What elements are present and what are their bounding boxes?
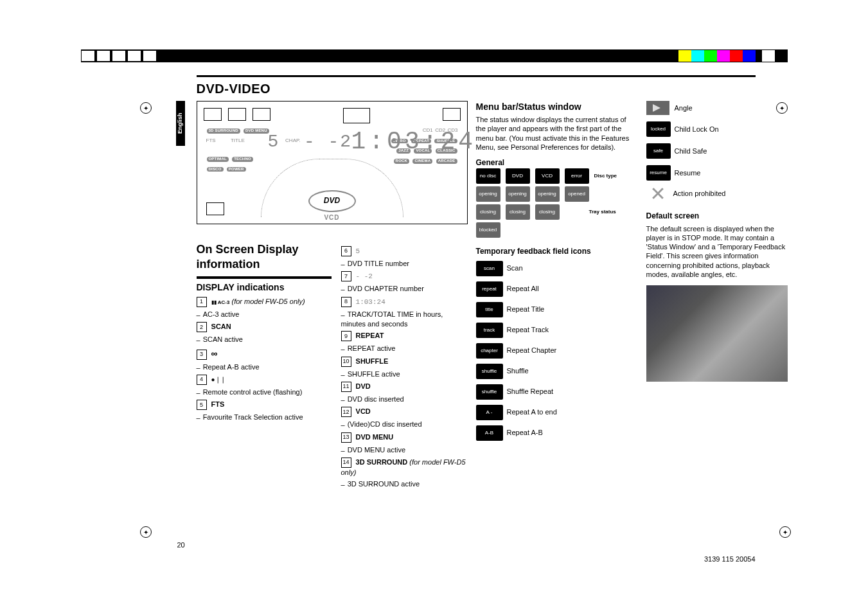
item-5-sub: Favourite Track Selection active (203, 413, 303, 421)
item-11-top: DVD (356, 382, 371, 390)
status-badge-icon: safe (646, 143, 671, 159)
item-4-sub: Remote control active (flashing) (203, 388, 303, 396)
ac3-mini-icon: ▮▮ AC-3 (211, 299, 230, 305)
badge-opening-3: opening (535, 186, 560, 202)
item-14-sub: 3D SURROUND active (348, 480, 420, 488)
feedback-list: scanScanrepeatRepeat AlltitleRepeat Titl… (476, 261, 637, 441)
right-icon-item: Angle (646, 101, 794, 115)
feedback-item: chapterRepeat Chapter (476, 343, 637, 359)
osd-heading: On Screen Display information (197, 242, 332, 272)
feedback-item: A -Repeat A to end (476, 405, 637, 420)
color-boxes-right (678, 50, 788, 62)
pill-optimal: OPTIMAL (207, 157, 229, 162)
general-heading: General (476, 158, 637, 168)
item-num-10: 10 (341, 357, 351, 367)
seg-7: - -2 (356, 272, 373, 280)
right-icon-item: resumeResume (646, 165, 794, 181)
title-divider (197, 75, 756, 77)
right-icon-item: lockedChild Lock On (646, 121, 794, 137)
feedback-label: Repeat Track (507, 325, 549, 334)
badge-error: error (565, 168, 589, 184)
item-num-14: 14 (341, 458, 351, 468)
registration-mark-icon: ✦ (776, 102, 788, 114)
feedback-badge-icon: track (476, 323, 503, 338)
item-num-4: 4 (197, 375, 207, 385)
right-icon-item: safeChild Safe (646, 143, 794, 159)
badge-closing-2: closing (506, 204, 530, 220)
item-2-top: SCAN (211, 323, 231, 330)
feedback-badge-icon: A-B (476, 425, 503, 441)
item-num-7: 7 (341, 271, 351, 281)
pill-dvd-menu: DVD MENU (244, 129, 269, 134)
feedback-item: shuffleShuffle Repeat (476, 384, 637, 400)
label-fts: FTS (206, 138, 216, 143)
pill-techno: TECHNO (232, 157, 253, 162)
item-1-note: (for model FW-D5 only) (232, 298, 305, 305)
page-number: 20 (177, 540, 185, 549)
feedback-badge-icon: repeat (476, 281, 503, 297)
feedback-badge-icon: title (476, 302, 503, 317)
feedback-label: Shuffle (507, 366, 529, 375)
status-badge-icon: resume (646, 165, 671, 181)
column-right-1: Menu bar/Status window The status window… (476, 101, 637, 446)
item-num-5: 5 (197, 400, 207, 410)
feedback-label: Repeat A to end (507, 407, 557, 416)
right-icon-label: Child Lock On (675, 125, 719, 134)
item-9-sub: REPEAT active (348, 344, 396, 352)
badge-opened: opened (565, 186, 589, 202)
item-num-3: 3 (197, 350, 207, 360)
prohibited-icon (651, 187, 664, 200)
feedback-item: shuffleShuffle (476, 364, 637, 379)
item-num-9: 9 (341, 331, 351, 341)
dvd-logo-icon: DVD (308, 190, 356, 212)
registration-mark-icon: ✦ (779, 526, 791, 538)
pill-3d-surround: 3D SURROUND (207, 129, 240, 134)
badge-dvd: DVD (506, 168, 530, 184)
badge-opening-1: opening (476, 186, 500, 202)
right-icon-label: Angle (675, 103, 693, 112)
pill-power: POWER (227, 167, 246, 172)
default-screen-image (646, 285, 788, 382)
feedback-badge-icon: scan (476, 261, 503, 276)
column-mid: 6 5 –DVD TITLE number 7 - -2 –DVD CHAPTE… (341, 242, 470, 492)
feedback-item: A-BRepeat A-B (476, 425, 637, 441)
registration-mark-icon: ✦ (140, 526, 152, 538)
item-13-sub: DVD MENU active (348, 446, 405, 454)
doc-number: 3139 115 20054 (704, 555, 756, 564)
vcd-logo-icon: VCD (324, 213, 339, 222)
item-10-top: SHUFFLE (356, 357, 389, 365)
item-1-sub: AC-3 active (203, 310, 240, 318)
item-num-6: 6 (341, 246, 351, 256)
item-14-top: 3D SURROUND (356, 458, 408, 466)
item-9-top: REPEAT (356, 332, 384, 339)
registration-mark-icon: ✦ (140, 102, 152, 114)
seg-6: 5 (356, 247, 360, 255)
pill-arcade: ARCADE (436, 159, 457, 164)
left-list: 1 ▮▮ AC-3 (for model FW-D5 only) –AC-3 a… (197, 297, 332, 423)
item-11-sub: DVD disc inserted (348, 395, 404, 403)
item-num-13: 13 (341, 432, 351, 443)
feedback-badge-icon: chapter (476, 343, 503, 359)
item-num-12: 12 (341, 407, 351, 417)
feedback-heading: Temporary feedback field icons (476, 247, 637, 257)
badge-blocked: blocked (476, 222, 500, 238)
right-icon-label: Resume (675, 168, 701, 177)
feedback-badge-icon: A - (476, 405, 503, 420)
item-5-top: FTS (211, 400, 225, 408)
feedback-badge-icon: shuffle (476, 364, 503, 379)
status-badge-icon: locked (646, 121, 671, 137)
label-disc-type: Disc type (594, 173, 617, 179)
feedback-item: repeatRepeat All (476, 281, 637, 297)
display-panel-diagram: 3D SURROUND DVD MENU FTS TITLE CHAP. CD1… (197, 101, 468, 224)
angle-icon (646, 101, 669, 115)
menu-bar-heading: Menu bar/Status window (476, 101, 637, 112)
label-title: TITLE (231, 138, 245, 143)
feedback-label: Repeat Chapter (507, 346, 557, 355)
default-text: The default screen is displayed when the… (646, 224, 794, 280)
feedback-item: scanScan (476, 261, 637, 276)
top-color-bar (81, 49, 788, 62)
item-10-sub: SHUFFLE active (348, 370, 400, 378)
feedback-label: Repeat Title (507, 305, 545, 314)
seg-title-chap: 5 - -2 (268, 130, 353, 154)
item-6-sub: DVD TITLE number (348, 260, 409, 267)
